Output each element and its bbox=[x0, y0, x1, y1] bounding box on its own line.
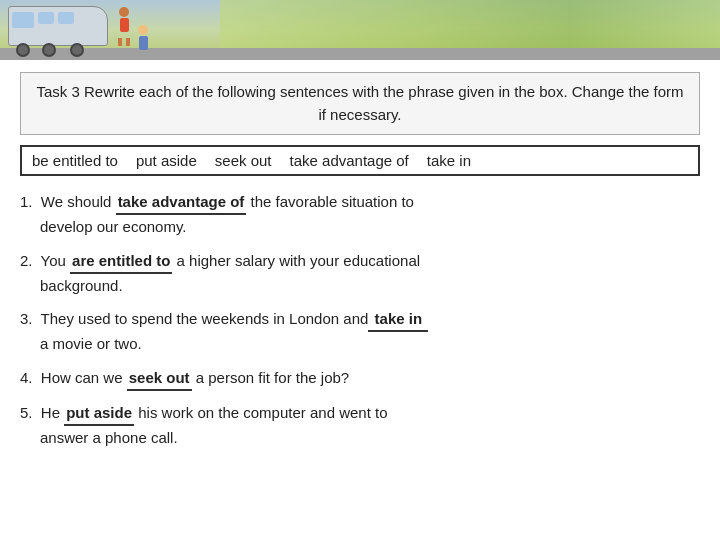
sentence-3-answer: take in bbox=[368, 307, 428, 332]
sentence-3-cont: a movie or two. bbox=[40, 335, 142, 352]
phrase-1: be entitled to bbox=[32, 152, 118, 169]
sentence-2-answer: are entitled to bbox=[70, 249, 172, 274]
sentence-5-answer: put aside bbox=[64, 401, 134, 426]
task-text: Task 3 Rewrite each of the following sen… bbox=[36, 83, 683, 123]
sentences-section: 1. We should take advantage of the favor… bbox=[20, 190, 700, 449]
sentence-5-cont: answer a phone call. bbox=[40, 429, 178, 446]
phrase-4: take advantage of bbox=[290, 152, 409, 169]
sentence-2-after: a higher salary with your educational bbox=[172, 252, 420, 269]
sentence-5: 5. He put aside his work on the computer… bbox=[20, 401, 700, 450]
sentence-5-number: 5. He bbox=[20, 404, 64, 421]
phrase-5: take in bbox=[427, 152, 471, 169]
sentence-4: 4. How can we seek out a person fit for … bbox=[20, 366, 700, 391]
main-content: Task 3 Rewrite each of the following sen… bbox=[0, 60, 720, 469]
sentence-4-number: 4. How can we bbox=[20, 369, 127, 386]
sentence-1-number: 1. We should bbox=[20, 193, 116, 210]
sentence-4-answer: seek out bbox=[127, 366, 192, 391]
sentence-1-cont: develop our economy. bbox=[40, 218, 186, 235]
phrase-3: seek out bbox=[215, 152, 272, 169]
header-banner bbox=[0, 0, 720, 60]
sentence-2: 2. You are entitled to a higher salary w… bbox=[20, 249, 700, 298]
sentence-4-after: a person fit for the job? bbox=[192, 369, 350, 386]
sentence-1: 1. We should take advantage of the favor… bbox=[20, 190, 700, 239]
sentence-5-after: his work on the computer and went to bbox=[134, 404, 387, 421]
phrase-box: be entitled to put aside seek out take a… bbox=[20, 145, 700, 176]
phrase-2: put aside bbox=[136, 152, 197, 169]
sentence-2-cont: background. bbox=[40, 277, 123, 294]
sentence-3-number: 3. They used to spend the weekends in Lo… bbox=[20, 310, 368, 327]
sentence-3: 3. They used to spend the weekends in Lo… bbox=[20, 307, 700, 356]
sentence-2-number: 2. You bbox=[20, 252, 70, 269]
sentence-1-after: the favorable situation to bbox=[246, 193, 414, 210]
sentence-1-answer: take advantage of bbox=[116, 190, 247, 215]
task-description: Task 3 Rewrite each of the following sen… bbox=[20, 72, 700, 135]
